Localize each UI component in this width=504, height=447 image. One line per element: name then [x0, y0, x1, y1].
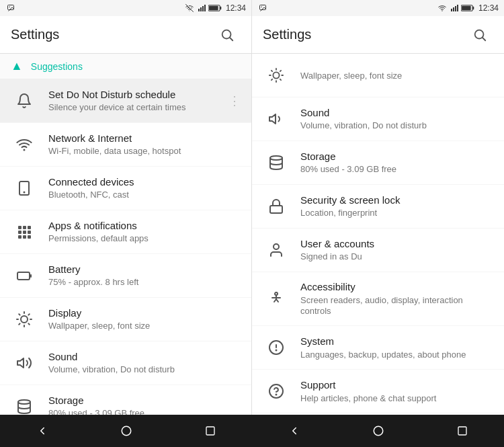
connected-icon	[11, 175, 38, 202]
user-icon	[263, 237, 290, 263]
more-icon-dnd: ⋮	[223, 93, 241, 108]
setting-item-display-r[interactable]: Wallpaper, sleep, font size	[252, 54, 504, 97]
setting-item-sound[interactable]: Sound Volume, vibration, Do not disturb	[0, 341, 251, 385]
nav-back-right[interactable]	[281, 417, 308, 444]
search-button-right[interactable]	[466, 22, 493, 48]
recents-icon-right	[457, 425, 468, 436]
svg-rect-8	[209, 6, 218, 10]
battery-setting-icon	[11, 262, 38, 289]
photo-icon-right	[257, 4, 268, 12]
setting-item-sound-r[interactable]: Sound Volume, vibration, Do not disturb	[252, 97, 504, 141]
setting-title-network: Network & Internet	[48, 132, 241, 145]
status-bar-left: 12:34	[0, 0, 251, 16]
nav-home-left[interactable]	[113, 417, 140, 444]
setting-title-display: Display	[48, 307, 241, 320]
svg-point-57	[270, 156, 282, 160]
apps-icon	[11, 218, 38, 245]
setting-subtitle-support: Help articles, phone & chat support	[300, 393, 493, 405]
svg-rect-22	[28, 235, 31, 239]
setting-text-system: System Languages, backup, updates, about…	[300, 335, 493, 360]
settings-list-right: Wallpaper, sleep, font size Sound Volume…	[252, 54, 504, 415]
setting-text-display-r: Wallpaper, sleep, font size	[300, 69, 493, 82]
suggestions-header[interactable]: ▲ Suggestions	[0, 54, 251, 79]
svg-point-59	[274, 244, 279, 249]
setting-text-dnd: Set Do Not Disturb schedule Silence your…	[48, 88, 223, 114]
home-icon-right	[372, 425, 384, 437]
svg-rect-19	[28, 231, 31, 234]
setting-subtitle-display-r: Wallpaper, sleep, font size	[300, 71, 493, 82]
setting-item-display[interactable]: Display Wallpaper, sleep, font size	[0, 298, 251, 341]
setting-title-users: User & accounts	[300, 237, 493, 251]
wifi-status-icon-right	[437, 4, 448, 12]
setting-item-connected[interactable]: Connected devices Bluetooth, NFC, cast	[0, 167, 251, 210]
svg-line-54	[271, 79, 272, 80]
setting-item-support[interactable]: Support Help articles, phone & chat supp…	[252, 370, 504, 413]
setting-title-system: System	[300, 335, 493, 348]
setting-item-accessibility[interactable]: Accessibility Screen readers, audio, dis…	[252, 272, 504, 326]
svg-rect-7	[220, 7, 221, 9]
setting-subtitle-accessibility: Screen readers, audio, display, interact…	[300, 295, 493, 318]
nav-recents-left[interactable]	[197, 417, 224, 444]
status-left	[5, 4, 16, 12]
storage-icon	[11, 393, 38, 415]
svg-rect-15	[23, 226, 26, 229]
nav-recents-right[interactable]	[449, 417, 476, 444]
setting-subtitle-storage: 80% used - 3.09 GB free	[48, 408, 241, 415]
nav-bars	[0, 415, 504, 447]
setting-subtitle-connected: Bluetooth, NFC, cast	[48, 190, 241, 201]
setting-subtitle-dnd: Silence your device at certain times	[48, 102, 223, 114]
setting-item-users[interactable]: User & accounts Signed in as Du	[252, 229, 504, 272]
svg-rect-14	[18, 226, 22, 229]
setting-item-security[interactable]: Security & screen lock Location, fingerp…	[252, 185, 504, 229]
setting-item-google[interactable]: Google	[252, 413, 504, 415]
svg-rect-16	[28, 226, 31, 229]
home-icon-left	[120, 425, 132, 437]
system-icon	[263, 334, 290, 361]
back-icon-left	[36, 425, 48, 437]
svg-rect-43	[472, 7, 474, 9]
photo-icon	[5, 4, 16, 12]
svg-line-46	[482, 38, 485, 40]
svg-line-50	[271, 71, 272, 71]
page-title-left: Settings	[11, 27, 59, 42]
setting-text-battery: Battery 75% - approx. 8 hrs left	[48, 263, 241, 288]
setting-subtitle-storage-r: 80% used - 3.09 GB free	[300, 164, 493, 175]
svg-rect-4	[202, 6, 204, 11]
setting-text-security: Security & screen lock Location, fingerp…	[300, 194, 493, 219]
collapse-icon: ▲	[11, 59, 23, 73]
accessibility-icon	[263, 286, 290, 313]
setting-item-network[interactable]: Network & Internet Wi-Fi, mobile, data u…	[0, 123, 251, 167]
svg-rect-44	[462, 6, 471, 10]
svg-line-10	[230, 38, 233, 40]
setting-subtitle-system: Languages, backup, updates, about phone	[300, 350, 493, 361]
setting-item-system[interactable]: System Languages, backup, updates, about…	[252, 326, 504, 370]
setting-item-storage-r[interactable]: Storage 80% used - 3.09 GB free	[252, 141, 504, 185]
svg-point-47	[273, 72, 279, 78]
setting-item-apps[interactable]: Apps & notifications Permissions, defaul…	[0, 210, 251, 254]
setting-item-storage[interactable]: Storage 80% used - 3.09 GB free	[0, 385, 251, 415]
setting-title-security: Security & screen lock	[300, 194, 493, 207]
setting-title-sound: Sound	[48, 350, 241, 364]
svg-rect-17	[18, 231, 22, 234]
svg-rect-41	[457, 5, 458, 11]
svg-line-28	[28, 323, 29, 324]
svg-rect-67	[206, 427, 214, 435]
bell-icon	[11, 87, 38, 114]
nav-home-right[interactable]	[365, 417, 392, 444]
setting-text-apps: Apps & notifications Permissions, defaul…	[48, 219, 241, 245]
setting-text-storage: Storage 80% used - 3.09 GB free	[48, 394, 241, 415]
signal-icon-right	[450, 4, 458, 12]
app-bar-right: Settings	[252, 16, 504, 54]
setting-item-dnd[interactable]: Set Do Not Disturb schedule Silence your…	[0, 79, 251, 123]
setting-title-storage-r: Storage	[300, 150, 493, 163]
display-icon-right	[263, 62, 290, 89]
setting-item-battery[interactable]: Battery 75% - approx. 8 hrs left	[0, 254, 251, 298]
svg-rect-23	[17, 272, 30, 280]
svg-line-32	[28, 314, 29, 315]
svg-rect-69	[458, 427, 466, 435]
wifi-status-icon-left	[184, 4, 195, 12]
app-bar-left: Settings	[0, 16, 251, 54]
search-button-left[interactable]	[214, 22, 241, 48]
svg-marker-56	[269, 114, 276, 124]
nav-back-left[interactable]	[29, 417, 56, 444]
